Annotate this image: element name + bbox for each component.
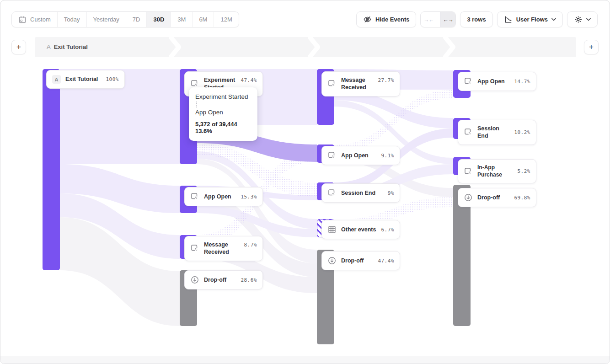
flow-node-in-app-purchase[interactable]: In-App Purchase 5.2% <box>458 159 536 183</box>
step-a-badge: A <box>52 75 61 84</box>
flow-node-drop-off-3[interactable]: Drop-off 47.4% <box>321 251 400 270</box>
event-click-icon <box>327 188 337 198</box>
event-click-icon <box>464 128 473 137</box>
node-bar-exit-tutorial[interactable] <box>43 69 60 270</box>
flow-node-drop-off-4[interactable]: Drop-off 69.8% <box>458 188 536 207</box>
flow-node-exit-tutorial[interactable]: A Exit Tutorial 100% <box>46 70 125 89</box>
link-tooltip: Experiment Started App Open 5,372 of 39,… <box>189 87 257 141</box>
event-click-icon <box>327 79 337 88</box>
event-click-icon <box>190 244 199 253</box>
event-click-icon <box>464 77 473 86</box>
drop-off-icon <box>327 256 337 265</box>
flow-node-other-events[interactable]: Other events 6.7% <box>321 220 400 239</box>
flow-node-app-open-3[interactable]: App Open 9.1% <box>321 146 400 165</box>
flow-node-drop-off-2[interactable]: Drop-off 28.6% <box>184 270 263 289</box>
grid-icon <box>327 225 337 234</box>
flow-node-session-end-4[interactable]: Session End 10.2% <box>458 120 536 145</box>
tooltip-conversion-stat: 5,372 of 39,444 13.6% <box>195 121 251 134</box>
tooltip-connector-dotted-line <box>196 102 251 107</box>
tooltip-source-event: Experiment Started <box>195 93 251 100</box>
tooltip-target-event: App Open <box>195 109 251 116</box>
flow-node-app-open-4[interactable]: App Open 14.7% <box>458 72 536 91</box>
event-click-icon <box>327 151 337 160</box>
flow-node-session-end-3[interactable]: Session End 9% <box>321 183 400 203</box>
drop-off-icon <box>464 193 473 202</box>
event-click-icon <box>464 167 473 176</box>
flow-node-message-received-3[interactable]: Message Received 27.7% <box>321 71 400 96</box>
event-click-icon <box>190 192 199 201</box>
user-flows-app-window: Custom Today Yesterday 7D 30D 3M 6M 12M … <box>0 0 610 364</box>
drop-off-icon <box>190 275 199 284</box>
flow-node-app-open-2[interactable]: App Open 15.3% <box>184 187 263 206</box>
flow-node-message-received-2[interactable]: Message Received 8.7% <box>184 236 263 261</box>
